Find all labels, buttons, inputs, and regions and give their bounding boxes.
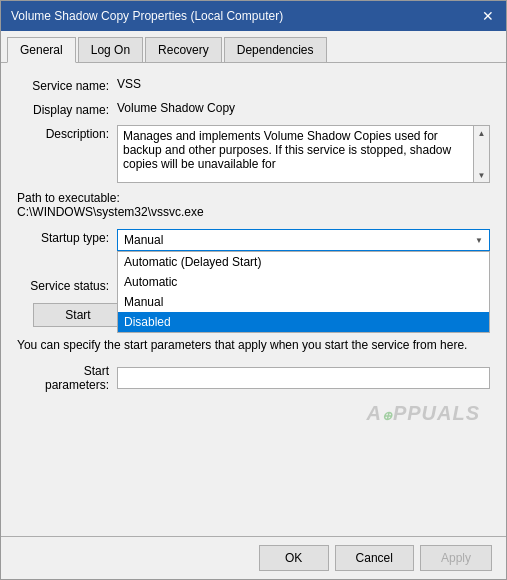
service-status-label: Service status: <box>17 279 117 293</box>
start-button[interactable]: Start <box>33 303 123 327</box>
tabs-bar: General Log On Recovery Dependencies <box>1 31 506 63</box>
description-row: Description: Manages and implements Volu… <box>17 125 490 183</box>
description-label: Description: <box>17 125 117 141</box>
cancel-button[interactable]: Cancel <box>335 545 414 571</box>
startup-dropdown-list: Automatic (Delayed Start) Automatic Manu… <box>117 251 490 333</box>
params-input[interactable] <box>117 367 490 389</box>
path-label: Path to executable: <box>17 191 120 205</box>
service-name-value: VSS <box>117 77 490 91</box>
startup-selected: Manual <box>124 233 163 247</box>
watermark-area: A⊕PPUALS <box>17 402 490 425</box>
service-name-label: Service name: <box>17 77 117 93</box>
description-text: Manages and implements Volume Shadow Cop… <box>123 129 484 171</box>
ok-button[interactable]: OK <box>259 545 329 571</box>
window-title: Volume Shadow Copy Properties (Local Com… <box>11 9 283 23</box>
service-name-row: Service name: VSS <box>17 77 490 93</box>
watermark: A⊕PPUALS <box>366 402 480 425</box>
properties-window: Volume Shadow Copy Properties (Local Com… <box>0 0 507 580</box>
apply-button[interactable]: Apply <box>420 545 492 571</box>
dropdown-item-disabled[interactable]: Disabled <box>118 312 489 332</box>
display-name-row: Display name: Volume Shadow Copy <box>17 101 490 117</box>
params-row: Start parameters: <box>17 364 490 392</box>
path-value: C:\WINDOWS\system32\vssvc.exe <box>17 205 204 219</box>
scroll-up-arrow[interactable]: ▲ <box>475 126 489 140</box>
close-button[interactable]: ✕ <box>480 9 496 23</box>
dropdown-item-manual[interactable]: Manual <box>118 292 489 312</box>
startup-row: Startup type: Manual ▼ Automatic (Delaye… <box>17 229 490 251</box>
description-box: Manages and implements Volume Shadow Cop… <box>117 125 490 183</box>
display-name-value: Volume Shadow Copy <box>117 101 490 115</box>
dropdown-arrow-icon: ▼ <box>475 236 483 245</box>
tab-general[interactable]: General <box>7 37 76 63</box>
dropdown-item-auto[interactable]: Automatic <box>118 272 489 292</box>
main-content: Service name: VSS Display name: Volume S… <box>1 63 506 536</box>
description-scrollbar[interactable]: ▲ ▼ <box>473 126 489 182</box>
tab-logon[interactable]: Log On <box>78 37 143 62</box>
params-label: Start parameters: <box>17 364 117 392</box>
startup-dropdown[interactable]: Manual ▼ Automatic (Delayed Start) Autom… <box>117 229 490 251</box>
info-text: You can specify the start parameters tha… <box>17 337 490 354</box>
bottom-bar: OK Cancel Apply <box>1 536 506 579</box>
startup-label: Startup type: <box>17 229 117 245</box>
tab-recovery[interactable]: Recovery <box>145 37 222 62</box>
startup-trigger[interactable]: Manual ▼ <box>117 229 490 251</box>
dropdown-item-auto-delayed[interactable]: Automatic (Delayed Start) <box>118 252 489 272</box>
display-name-label: Display name: <box>17 101 117 117</box>
scroll-down-arrow[interactable]: ▼ <box>475 168 489 182</box>
path-row: Path to executable: C:\WINDOWS\system32\… <box>17 191 490 219</box>
title-bar: Volume Shadow Copy Properties (Local Com… <box>1 1 506 31</box>
tab-dependencies[interactable]: Dependencies <box>224 37 327 62</box>
